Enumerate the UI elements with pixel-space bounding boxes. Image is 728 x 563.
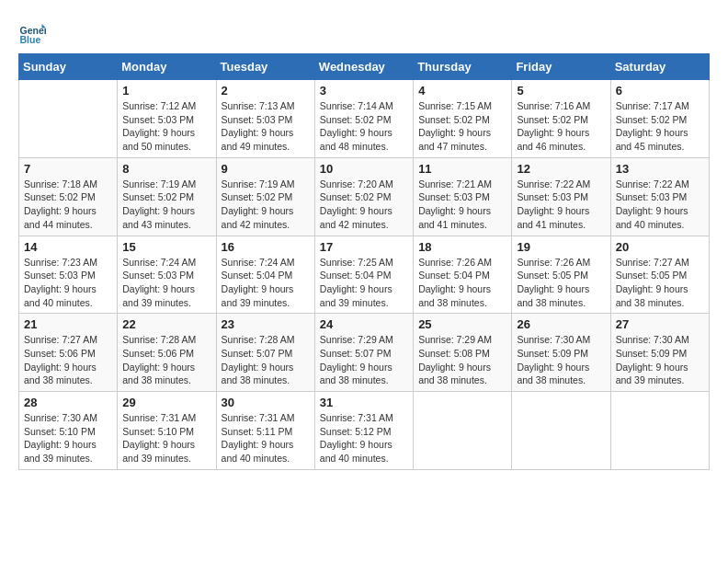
day-info: Sunrise: 7:22 AM Sunset: 5:03 PM Dayligh… <box>517 178 605 232</box>
calendar-cell: 4Sunrise: 7:15 AM Sunset: 5:02 PM Daylig… <box>414 80 512 158</box>
day-number: 2 <box>222 84 310 98</box>
day-number: 23 <box>222 317 310 331</box>
day-info: Sunrise: 7:16 AM Sunset: 5:02 PM Dayligh… <box>517 99 605 154</box>
day-number: 12 <box>517 162 605 176</box>
day-number: 27 <box>616 317 704 331</box>
day-number: 19 <box>517 240 605 254</box>
day-number: 3 <box>320 84 408 98</box>
day-info: Sunrise: 7:31 AM Sunset: 5:10 PM Dayligh… <box>122 411 210 465</box>
calendar-cell: 22Sunrise: 7:28 AM Sunset: 5:06 PM Dayli… <box>118 314 216 392</box>
day-number: 20 <box>616 240 704 254</box>
day-info: Sunrise: 7:19 AM Sunset: 5:02 PM Dayligh… <box>122 178 210 232</box>
day-number: 4 <box>418 84 506 98</box>
day-info: Sunrise: 7:20 AM Sunset: 5:02 PM Dayligh… <box>320 178 408 232</box>
day-info: Sunrise: 7:19 AM Sunset: 5:02 PM Dayligh… <box>222 178 310 232</box>
day-info: Sunrise: 7:24 AM Sunset: 5:04 PM Dayligh… <box>222 256 310 310</box>
weekday-header-friday: Friday <box>512 54 610 80</box>
day-info: Sunrise: 7:12 AM Sunset: 5:03 PM Dayligh… <box>122 99 210 154</box>
day-number: 17 <box>320 240 408 254</box>
calendar-cell: 12Sunrise: 7:22 AM Sunset: 5:03 PM Dayli… <box>512 157 610 236</box>
day-number: 21 <box>24 317 112 331</box>
day-number: 24 <box>320 317 408 331</box>
day-info: Sunrise: 7:26 AM Sunset: 5:04 PM Dayligh… <box>418 256 506 310</box>
day-info: Sunrise: 7:25 AM Sunset: 5:04 PM Dayligh… <box>320 256 408 310</box>
calendar-cell: 13Sunrise: 7:22 AM Sunset: 5:03 PM Dayli… <box>610 157 709 236</box>
day-info: Sunrise: 7:30 AM Sunset: 5:09 PM Dayligh… <box>616 333 704 387</box>
weekday-header-tuesday: Tuesday <box>216 54 314 80</box>
day-info: Sunrise: 7:28 AM Sunset: 5:06 PM Dayligh… <box>122 333 210 387</box>
day-info: Sunrise: 7:24 AM Sunset: 5:03 PM Dayligh… <box>122 256 210 310</box>
day-number: 9 <box>222 162 310 176</box>
calendar-week-row: 21Sunrise: 7:27 AM Sunset: 5:06 PM Dayli… <box>19 314 710 392</box>
day-info: Sunrise: 7:27 AM Sunset: 5:06 PM Dayligh… <box>24 333 112 387</box>
day-info: Sunrise: 7:18 AM Sunset: 5:02 PM Dayligh… <box>24 178 112 232</box>
calendar-cell: 28Sunrise: 7:30 AM Sunset: 5:10 PM Dayli… <box>19 392 118 470</box>
weekday-header-sunday: Sunday <box>19 54 118 80</box>
calendar-cell: 23Sunrise: 7:28 AM Sunset: 5:07 PM Dayli… <box>216 314 314 392</box>
day-number: 30 <box>222 396 310 409</box>
svg-text:Blue: Blue <box>20 34 41 45</box>
calendar-cell: 18Sunrise: 7:26 AM Sunset: 5:04 PM Dayli… <box>414 236 512 314</box>
day-number: 29 <box>122 396 210 409</box>
day-info: Sunrise: 7:27 AM Sunset: 5:05 PM Dayligh… <box>616 256 704 310</box>
calendar-cell: 31Sunrise: 7:31 AM Sunset: 5:12 PM Dayli… <box>314 392 413 470</box>
day-info: Sunrise: 7:26 AM Sunset: 5:05 PM Dayligh… <box>517 256 605 310</box>
day-number: 15 <box>122 240 210 254</box>
day-info: Sunrise: 7:17 AM Sunset: 5:02 PM Dayligh… <box>616 99 704 154</box>
day-info: Sunrise: 7:30 AM Sunset: 5:10 PM Dayligh… <box>24 411 112 465</box>
day-number: 10 <box>320 162 408 176</box>
calendar-cell: 24Sunrise: 7:29 AM Sunset: 5:07 PM Dayli… <box>314 314 413 392</box>
calendar-cell: 29Sunrise: 7:31 AM Sunset: 5:10 PM Dayli… <box>118 392 216 470</box>
calendar-cell: 3Sunrise: 7:14 AM Sunset: 5:02 PM Daylig… <box>314 80 413 158</box>
calendar-cell: 27Sunrise: 7:30 AM Sunset: 5:09 PM Dayli… <box>610 314 709 392</box>
calendar-cell: 9Sunrise: 7:19 AM Sunset: 5:02 PM Daylig… <box>216 157 314 236</box>
calendar-cell: 11Sunrise: 7:21 AM Sunset: 5:03 PM Dayli… <box>414 157 512 236</box>
calendar-cell: 6Sunrise: 7:17 AM Sunset: 5:02 PM Daylig… <box>610 80 709 158</box>
day-number: 16 <box>222 240 310 254</box>
calendar-cell: 30Sunrise: 7:31 AM Sunset: 5:11 PM Dayli… <box>216 392 314 470</box>
day-number: 31 <box>320 396 408 409</box>
calendar-cell: 25Sunrise: 7:29 AM Sunset: 5:08 PM Dayli… <box>414 314 512 392</box>
weekday-header-thursday: Thursday <box>414 54 512 80</box>
weekday-header-saturday: Saturday <box>610 54 709 80</box>
day-info: Sunrise: 7:13 AM Sunset: 5:03 PM Dayligh… <box>222 99 310 154</box>
day-info: Sunrise: 7:14 AM Sunset: 5:02 PM Dayligh… <box>320 99 408 154</box>
day-number: 8 <box>122 162 210 176</box>
day-number: 14 <box>24 240 112 254</box>
calendar-cell <box>19 80 118 158</box>
calendar-cell: 1Sunrise: 7:12 AM Sunset: 5:03 PM Daylig… <box>118 80 216 158</box>
day-info: Sunrise: 7:15 AM Sunset: 5:02 PM Dayligh… <box>418 99 506 154</box>
weekday-header-monday: Monday <box>118 54 216 80</box>
day-info: Sunrise: 7:30 AM Sunset: 5:09 PM Dayligh… <box>517 333 605 387</box>
day-info: Sunrise: 7:29 AM Sunset: 5:07 PM Dayligh… <box>320 333 408 387</box>
calendar-week-row: 1Sunrise: 7:12 AM Sunset: 5:03 PM Daylig… <box>19 80 710 158</box>
day-number: 7 <box>24 162 112 176</box>
day-info: Sunrise: 7:21 AM Sunset: 5:03 PM Dayligh… <box>418 178 506 232</box>
calendar-cell: 16Sunrise: 7:24 AM Sunset: 5:04 PM Dayli… <box>216 236 314 314</box>
calendar-cell: 26Sunrise: 7:30 AM Sunset: 5:09 PM Dayli… <box>512 314 610 392</box>
calendar-cell <box>414 392 512 470</box>
calendar-cell: 21Sunrise: 7:27 AM Sunset: 5:06 PM Dayli… <box>19 314 118 392</box>
calendar-cell: 7Sunrise: 7:18 AM Sunset: 5:02 PM Daylig… <box>19 157 118 236</box>
calendar-week-row: 7Sunrise: 7:18 AM Sunset: 5:02 PM Daylig… <box>19 157 710 236</box>
calendar-cell: 8Sunrise: 7:19 AM Sunset: 5:02 PM Daylig… <box>118 157 216 236</box>
day-info: Sunrise: 7:31 AM Sunset: 5:11 PM Dayligh… <box>222 411 310 465</box>
day-info: Sunrise: 7:22 AM Sunset: 5:03 PM Dayligh… <box>616 178 704 232</box>
day-number: 6 <box>616 84 704 98</box>
calendar-cell: 19Sunrise: 7:26 AM Sunset: 5:05 PM Dayli… <box>512 236 610 314</box>
weekday-header-wednesday: Wednesday <box>314 54 413 80</box>
day-number: 1 <box>122 84 210 98</box>
day-info: Sunrise: 7:28 AM Sunset: 5:07 PM Dayligh… <box>222 333 310 387</box>
calendar-table: SundayMondayTuesdayWednesdayThursdayFrid… <box>18 53 710 470</box>
calendar-cell: 20Sunrise: 7:27 AM Sunset: 5:05 PM Dayli… <box>610 236 709 314</box>
day-number: 25 <box>418 317 506 331</box>
day-number: 26 <box>517 317 605 331</box>
calendar-cell: 14Sunrise: 7:23 AM Sunset: 5:03 PM Dayli… <box>19 236 118 314</box>
day-info: Sunrise: 7:23 AM Sunset: 5:03 PM Dayligh… <box>24 256 112 310</box>
calendar-cell: 5Sunrise: 7:16 AM Sunset: 5:02 PM Daylig… <box>512 80 610 158</box>
day-number: 22 <box>122 317 210 331</box>
calendar-cell <box>610 392 709 470</box>
day-number: 13 <box>616 162 704 176</box>
logo: General Blue <box>18 18 50 46</box>
day-number: 5 <box>517 84 605 98</box>
